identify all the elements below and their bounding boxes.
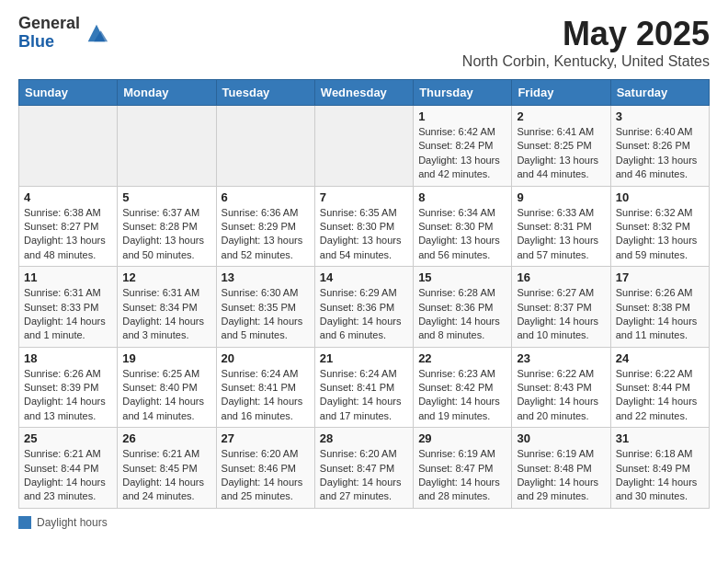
- calendar-cell: 14Sunrise: 6:29 AMSunset: 8:36 PMDayligh…: [314, 267, 413, 348]
- calendar-cell: 3Sunrise: 6:40 AMSunset: 8:26 PMDaylight…: [610, 106, 709, 187]
- calendar-cell: [314, 106, 413, 187]
- day-info: Sunrise: 6:37 AMSunset: 8:28 PMDaylight:…: [122, 206, 210, 263]
- calendar-week-row: 1Sunrise: 6:42 AMSunset: 8:24 PMDaylight…: [19, 106, 710, 187]
- weekday-header-wednesday: Wednesday: [314, 80, 413, 106]
- location-text: North Corbin, Kentucky, United States: [462, 53, 710, 70]
- day-number: 7: [320, 190, 408, 204]
- calendar-cell: 7Sunrise: 6:35 AMSunset: 8:30 PMDaylight…: [314, 186, 413, 267]
- calendar-cell: 28Sunrise: 6:20 AMSunset: 8:47 PMDayligh…: [314, 428, 413, 509]
- calendar-cell: 24Sunrise: 6:22 AMSunset: 8:44 PMDayligh…: [610, 347, 709, 428]
- day-number: 11: [24, 270, 112, 284]
- day-number: 4: [24, 190, 112, 204]
- calendar-week-row: 25Sunrise: 6:21 AMSunset: 8:44 PMDayligh…: [19, 428, 710, 509]
- day-number: 5: [122, 190, 210, 204]
- calendar-week-row: 18Sunrise: 6:26 AMSunset: 8:39 PMDayligh…: [19, 347, 710, 428]
- calendar-cell: 4Sunrise: 6:38 AMSunset: 8:27 PMDaylight…: [19, 186, 118, 267]
- day-number: 20: [222, 351, 310, 365]
- calendar-cell: 15Sunrise: 6:28 AMSunset: 8:36 PMDayligh…: [414, 267, 512, 348]
- day-info: Sunrise: 6:30 AMSunset: 8:35 PMDaylight:…: [222, 286, 310, 343]
- day-info: Sunrise: 6:19 AMSunset: 8:47 PMDaylight:…: [418, 447, 506, 504]
- day-number: 19: [122, 351, 210, 365]
- day-info: Sunrise: 6:40 AMSunset: 8:26 PMDaylight:…: [616, 125, 704, 182]
- calendar-week-row: 4Sunrise: 6:38 AMSunset: 8:27 PMDaylight…: [19, 186, 710, 267]
- day-info: Sunrise: 6:24 AMSunset: 8:41 PMDaylight:…: [222, 367, 310, 424]
- calendar-cell: 21Sunrise: 6:24 AMSunset: 8:41 PMDayligh…: [314, 347, 413, 428]
- calendar-cell: [118, 106, 216, 187]
- weekday-header-row: SundayMondayTuesdayWednesdayThursdayFrid…: [19, 80, 710, 106]
- calendar-cell: 23Sunrise: 6:22 AMSunset: 8:43 PMDayligh…: [512, 347, 610, 428]
- calendar-cell: 12Sunrise: 6:31 AMSunset: 8:34 PMDayligh…: [118, 267, 216, 348]
- day-info: Sunrise: 6:22 AMSunset: 8:43 PMDaylight:…: [517, 367, 605, 424]
- day-info: Sunrise: 6:20 AMSunset: 8:47 PMDaylight:…: [320, 447, 408, 504]
- day-number: 2: [517, 109, 605, 123]
- legend-color-box: [18, 516, 31, 529]
- calendar-cell: 27Sunrise: 6:20 AMSunset: 8:46 PMDayligh…: [216, 428, 314, 509]
- day-info: Sunrise: 6:32 AMSunset: 8:32 PMDaylight:…: [616, 206, 704, 263]
- day-number: 10: [616, 190, 704, 204]
- day-number: 29: [418, 431, 506, 445]
- calendar-cell: [19, 106, 118, 187]
- calendar-cell: 20Sunrise: 6:24 AMSunset: 8:41 PMDayligh…: [216, 347, 314, 428]
- calendar-cell: 25Sunrise: 6:21 AMSunset: 8:44 PMDayligh…: [19, 428, 118, 509]
- day-info: Sunrise: 6:31 AMSunset: 8:34 PMDaylight:…: [122, 286, 210, 343]
- weekday-header-monday: Monday: [118, 80, 216, 106]
- calendar-cell: 22Sunrise: 6:23 AMSunset: 8:42 PMDayligh…: [414, 347, 512, 428]
- day-info: Sunrise: 6:28 AMSunset: 8:36 PMDaylight:…: [418, 286, 506, 343]
- calendar-cell: 16Sunrise: 6:27 AMSunset: 8:37 PMDayligh…: [512, 267, 610, 348]
- logo-icon: [84, 20, 109, 46]
- calendar-cell: 26Sunrise: 6:21 AMSunset: 8:45 PMDayligh…: [118, 428, 216, 509]
- logo-blue-text: Blue: [18, 33, 80, 52]
- day-info: Sunrise: 6:38 AMSunset: 8:27 PMDaylight:…: [24, 206, 112, 263]
- weekday-header-sunday: Sunday: [19, 80, 118, 106]
- day-info: Sunrise: 6:31 AMSunset: 8:33 PMDaylight:…: [24, 286, 112, 343]
- day-number: 16: [517, 270, 605, 284]
- day-number: 22: [418, 351, 506, 365]
- title-section: May 2025 North Corbin, Kentucky, United …: [462, 15, 710, 70]
- day-number: 14: [320, 270, 408, 284]
- day-info: Sunrise: 6:24 AMSunset: 8:41 PMDaylight:…: [320, 367, 408, 424]
- calendar-cell: 9Sunrise: 6:33 AMSunset: 8:31 PMDaylight…: [512, 186, 610, 267]
- day-number: 17: [616, 270, 704, 284]
- day-number: 9: [517, 190, 605, 204]
- day-info: Sunrise: 6:25 AMSunset: 8:40 PMDaylight:…: [122, 367, 210, 424]
- day-info: Sunrise: 6:42 AMSunset: 8:24 PMDaylight:…: [418, 125, 506, 182]
- calendar-cell: 17Sunrise: 6:26 AMSunset: 8:38 PMDayligh…: [610, 267, 709, 348]
- weekday-header-thursday: Thursday: [414, 80, 512, 106]
- calendar-cell: 1Sunrise: 6:42 AMSunset: 8:24 PMDaylight…: [414, 106, 512, 187]
- logo-general-text: General: [18, 15, 80, 33]
- calendar-cell: 10Sunrise: 6:32 AMSunset: 8:32 PMDayligh…: [610, 186, 709, 267]
- calendar-cell: 11Sunrise: 6:31 AMSunset: 8:33 PMDayligh…: [19, 267, 118, 348]
- calendar-cell: 2Sunrise: 6:41 AMSunset: 8:25 PMDaylight…: [512, 106, 610, 187]
- day-number: 25: [24, 431, 112, 445]
- day-info: Sunrise: 6:22 AMSunset: 8:44 PMDaylight:…: [616, 367, 704, 424]
- day-number: 3: [616, 109, 704, 123]
- day-number: 28: [320, 431, 408, 445]
- day-info: Sunrise: 6:18 AMSunset: 8:49 PMDaylight:…: [616, 447, 704, 504]
- day-info: Sunrise: 6:29 AMSunset: 8:36 PMDaylight:…: [320, 286, 408, 343]
- day-info: Sunrise: 6:21 AMSunset: 8:45 PMDaylight:…: [122, 447, 210, 504]
- day-info: Sunrise: 6:20 AMSunset: 8:46 PMDaylight:…: [222, 447, 310, 504]
- calendar-cell: 30Sunrise: 6:19 AMSunset: 8:48 PMDayligh…: [512, 428, 610, 509]
- day-number: 23: [517, 351, 605, 365]
- day-info: Sunrise: 6:36 AMSunset: 8:29 PMDaylight:…: [222, 206, 310, 263]
- day-number: 27: [222, 431, 310, 445]
- day-info: Sunrise: 6:19 AMSunset: 8:48 PMDaylight:…: [517, 447, 605, 504]
- weekday-header-saturday: Saturday: [610, 80, 709, 106]
- calendar-cell: 31Sunrise: 6:18 AMSunset: 8:49 PMDayligh…: [610, 428, 709, 509]
- day-number: 26: [122, 431, 210, 445]
- legend-label: Daylight hours: [37, 516, 108, 529]
- page-header: General Blue May 2025 North Corbin, Kent…: [18, 15, 710, 70]
- day-number: 15: [418, 270, 506, 284]
- day-info: Sunrise: 6:23 AMSunset: 8:42 PMDaylight:…: [418, 367, 506, 424]
- day-number: 30: [517, 431, 605, 445]
- day-info: Sunrise: 6:21 AMSunset: 8:44 PMDaylight:…: [24, 447, 112, 504]
- calendar-cell: [216, 106, 314, 187]
- day-info: Sunrise: 6:41 AMSunset: 8:25 PMDaylight:…: [517, 125, 605, 182]
- day-info: Sunrise: 6:26 AMSunset: 8:38 PMDaylight:…: [616, 286, 704, 343]
- legend: Daylight hours: [18, 516, 710, 529]
- weekday-header-friday: Friday: [512, 80, 610, 106]
- logo: General Blue: [18, 15, 109, 52]
- calendar-cell: 13Sunrise: 6:30 AMSunset: 8:35 PMDayligh…: [216, 267, 314, 348]
- day-number: 13: [222, 270, 310, 284]
- calendar-cell: 6Sunrise: 6:36 AMSunset: 8:29 PMDaylight…: [216, 186, 314, 267]
